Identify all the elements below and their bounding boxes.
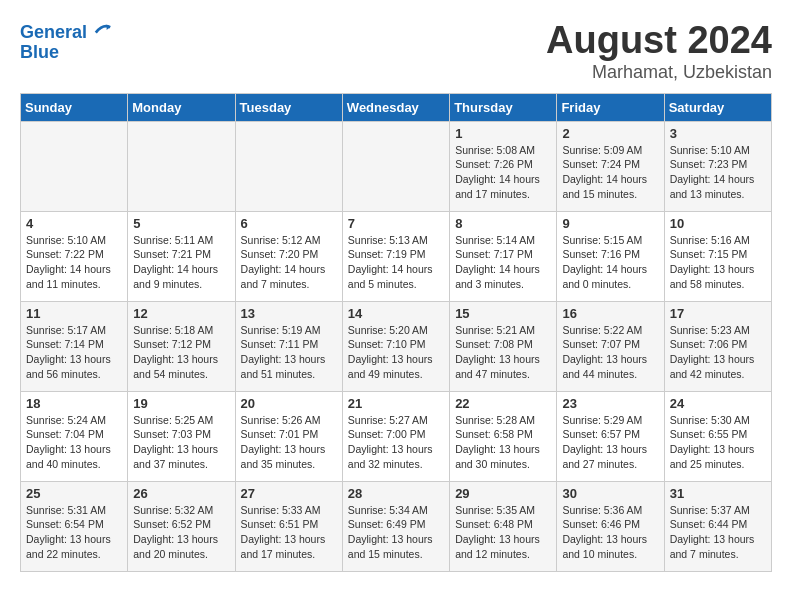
week-row-4: 18Sunrise: 5:24 AM Sunset: 7:04 PM Dayli… bbox=[21, 391, 772, 481]
day-number: 18 bbox=[26, 396, 122, 411]
calendar-cell: 13Sunrise: 5:19 AM Sunset: 7:11 PM Dayli… bbox=[235, 301, 342, 391]
day-number: 29 bbox=[455, 486, 551, 501]
calendar-cell: 17Sunrise: 5:23 AM Sunset: 7:06 PM Dayli… bbox=[664, 301, 771, 391]
header-row: SundayMondayTuesdayWednesdayThursdayFrid… bbox=[21, 93, 772, 121]
calendar-cell bbox=[235, 121, 342, 211]
day-info: Sunrise: 5:11 AM Sunset: 7:21 PM Dayligh… bbox=[133, 233, 229, 292]
week-row-3: 11Sunrise: 5:17 AM Sunset: 7:14 PM Dayli… bbox=[21, 301, 772, 391]
day-info: Sunrise: 5:27 AM Sunset: 7:00 PM Dayligh… bbox=[348, 413, 444, 472]
header-thursday: Thursday bbox=[450, 93, 557, 121]
calendar-cell: 16Sunrise: 5:22 AM Sunset: 7:07 PM Dayli… bbox=[557, 301, 664, 391]
day-info: Sunrise: 5:30 AM Sunset: 6:55 PM Dayligh… bbox=[670, 413, 766, 472]
day-number: 21 bbox=[348, 396, 444, 411]
header-tuesday: Tuesday bbox=[235, 93, 342, 121]
day-number: 14 bbox=[348, 306, 444, 321]
day-info: Sunrise: 5:09 AM Sunset: 7:24 PM Dayligh… bbox=[562, 143, 658, 202]
day-number: 13 bbox=[241, 306, 337, 321]
week-row-2: 4Sunrise: 5:10 AM Sunset: 7:22 PM Daylig… bbox=[21, 211, 772, 301]
calendar-cell bbox=[342, 121, 449, 211]
logo-line2: Blue bbox=[20, 43, 112, 63]
calendar-cell: 28Sunrise: 5:34 AM Sunset: 6:49 PM Dayli… bbox=[342, 481, 449, 571]
calendar-cell: 1Sunrise: 5:08 AM Sunset: 7:26 PM Daylig… bbox=[450, 121, 557, 211]
day-number: 17 bbox=[670, 306, 766, 321]
title-block: August 2024 Marhamat, Uzbekistan bbox=[546, 20, 772, 83]
day-info: Sunrise: 5:23 AM Sunset: 7:06 PM Dayligh… bbox=[670, 323, 766, 382]
month-title: August 2024 bbox=[546, 20, 772, 62]
calendar-cell: 31Sunrise: 5:37 AM Sunset: 6:44 PM Dayli… bbox=[664, 481, 771, 571]
calendar-cell bbox=[21, 121, 128, 211]
day-info: Sunrise: 5:36 AM Sunset: 6:46 PM Dayligh… bbox=[562, 503, 658, 562]
day-info: Sunrise: 5:33 AM Sunset: 6:51 PM Dayligh… bbox=[241, 503, 337, 562]
calendar-cell: 15Sunrise: 5:21 AM Sunset: 7:08 PM Dayli… bbox=[450, 301, 557, 391]
day-number: 22 bbox=[455, 396, 551, 411]
day-number: 28 bbox=[348, 486, 444, 501]
day-number: 30 bbox=[562, 486, 658, 501]
day-info: Sunrise: 5:21 AM Sunset: 7:08 PM Dayligh… bbox=[455, 323, 551, 382]
calendar-cell: 19Sunrise: 5:25 AM Sunset: 7:03 PM Dayli… bbox=[128, 391, 235, 481]
calendar-cell: 26Sunrise: 5:32 AM Sunset: 6:52 PM Dayli… bbox=[128, 481, 235, 571]
day-number: 19 bbox=[133, 396, 229, 411]
day-number: 23 bbox=[562, 396, 658, 411]
day-number: 24 bbox=[670, 396, 766, 411]
day-number: 2 bbox=[562, 126, 658, 141]
day-number: 9 bbox=[562, 216, 658, 231]
calendar-cell: 12Sunrise: 5:18 AM Sunset: 7:12 PM Dayli… bbox=[128, 301, 235, 391]
day-number: 8 bbox=[455, 216, 551, 231]
day-info: Sunrise: 5:17 AM Sunset: 7:14 PM Dayligh… bbox=[26, 323, 122, 382]
header-monday: Monday bbox=[128, 93, 235, 121]
calendar-cell: 9Sunrise: 5:15 AM Sunset: 7:16 PM Daylig… bbox=[557, 211, 664, 301]
header-saturday: Saturday bbox=[664, 93, 771, 121]
day-info: Sunrise: 5:13 AM Sunset: 7:19 PM Dayligh… bbox=[348, 233, 444, 292]
calendar-cell: 10Sunrise: 5:16 AM Sunset: 7:15 PM Dayli… bbox=[664, 211, 771, 301]
day-number: 4 bbox=[26, 216, 122, 231]
week-row-5: 25Sunrise: 5:31 AM Sunset: 6:54 PM Dayli… bbox=[21, 481, 772, 571]
calendar-cell: 14Sunrise: 5:20 AM Sunset: 7:10 PM Dayli… bbox=[342, 301, 449, 391]
calendar-cell bbox=[128, 121, 235, 211]
calendar-cell: 23Sunrise: 5:29 AM Sunset: 6:57 PM Dayli… bbox=[557, 391, 664, 481]
day-info: Sunrise: 5:26 AM Sunset: 7:01 PM Dayligh… bbox=[241, 413, 337, 472]
day-info: Sunrise: 5:32 AM Sunset: 6:52 PM Dayligh… bbox=[133, 503, 229, 562]
day-number: 3 bbox=[670, 126, 766, 141]
calendar-table: SundayMondayTuesdayWednesdayThursdayFrid… bbox=[20, 93, 772, 572]
calendar-cell: 4Sunrise: 5:10 AM Sunset: 7:22 PM Daylig… bbox=[21, 211, 128, 301]
day-number: 16 bbox=[562, 306, 658, 321]
calendar-cell: 22Sunrise: 5:28 AM Sunset: 6:58 PM Dayli… bbox=[450, 391, 557, 481]
day-number: 12 bbox=[133, 306, 229, 321]
calendar-cell: 8Sunrise: 5:14 AM Sunset: 7:17 PM Daylig… bbox=[450, 211, 557, 301]
day-number: 1 bbox=[455, 126, 551, 141]
day-number: 15 bbox=[455, 306, 551, 321]
calendar-cell: 24Sunrise: 5:30 AM Sunset: 6:55 PM Dayli… bbox=[664, 391, 771, 481]
logo-icon bbox=[94, 20, 112, 38]
day-info: Sunrise: 5:08 AM Sunset: 7:26 PM Dayligh… bbox=[455, 143, 551, 202]
page-header: General Blue August 2024 Marhamat, Uzbek… bbox=[20, 20, 772, 83]
calendar-cell: 25Sunrise: 5:31 AM Sunset: 6:54 PM Dayli… bbox=[21, 481, 128, 571]
day-number: 5 bbox=[133, 216, 229, 231]
calendar-cell: 11Sunrise: 5:17 AM Sunset: 7:14 PM Dayli… bbox=[21, 301, 128, 391]
header-sunday: Sunday bbox=[21, 93, 128, 121]
day-number: 26 bbox=[133, 486, 229, 501]
day-info: Sunrise: 5:10 AM Sunset: 7:23 PM Dayligh… bbox=[670, 143, 766, 202]
header-wednesday: Wednesday bbox=[342, 93, 449, 121]
logo: General Blue bbox=[20, 20, 112, 63]
header-friday: Friday bbox=[557, 93, 664, 121]
location-title: Marhamat, Uzbekistan bbox=[546, 62, 772, 83]
day-info: Sunrise: 5:12 AM Sunset: 7:20 PM Dayligh… bbox=[241, 233, 337, 292]
day-info: Sunrise: 5:22 AM Sunset: 7:07 PM Dayligh… bbox=[562, 323, 658, 382]
calendar-cell: 2Sunrise: 5:09 AM Sunset: 7:24 PM Daylig… bbox=[557, 121, 664, 211]
day-number: 6 bbox=[241, 216, 337, 231]
week-row-1: 1Sunrise: 5:08 AM Sunset: 7:26 PM Daylig… bbox=[21, 121, 772, 211]
day-number: 20 bbox=[241, 396, 337, 411]
day-info: Sunrise: 5:16 AM Sunset: 7:15 PM Dayligh… bbox=[670, 233, 766, 292]
day-info: Sunrise: 5:24 AM Sunset: 7:04 PM Dayligh… bbox=[26, 413, 122, 472]
calendar-header: SundayMondayTuesdayWednesdayThursdayFrid… bbox=[21, 93, 772, 121]
day-info: Sunrise: 5:18 AM Sunset: 7:12 PM Dayligh… bbox=[133, 323, 229, 382]
calendar-cell: 5Sunrise: 5:11 AM Sunset: 7:21 PM Daylig… bbox=[128, 211, 235, 301]
day-info: Sunrise: 5:31 AM Sunset: 6:54 PM Dayligh… bbox=[26, 503, 122, 562]
calendar-cell: 6Sunrise: 5:12 AM Sunset: 7:20 PM Daylig… bbox=[235, 211, 342, 301]
day-info: Sunrise: 5:28 AM Sunset: 6:58 PM Dayligh… bbox=[455, 413, 551, 472]
calendar-cell: 7Sunrise: 5:13 AM Sunset: 7:19 PM Daylig… bbox=[342, 211, 449, 301]
day-info: Sunrise: 5:10 AM Sunset: 7:22 PM Dayligh… bbox=[26, 233, 122, 292]
day-info: Sunrise: 5:14 AM Sunset: 7:17 PM Dayligh… bbox=[455, 233, 551, 292]
day-info: Sunrise: 5:37 AM Sunset: 6:44 PM Dayligh… bbox=[670, 503, 766, 562]
calendar-cell: 29Sunrise: 5:35 AM Sunset: 6:48 PM Dayli… bbox=[450, 481, 557, 571]
